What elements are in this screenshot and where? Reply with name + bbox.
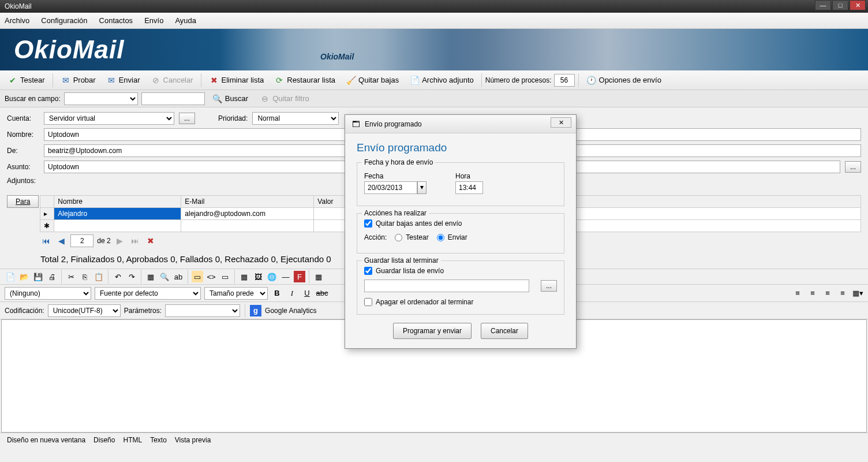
- prioridad-select[interactable]: Normal: [252, 112, 339, 125]
- font-select[interactable]: Fuente por defecto: [95, 287, 201, 300]
- redo-icon[interactable]: ↷: [126, 271, 137, 282]
- align-justify-icon[interactable]: ≡: [837, 288, 848, 299]
- nav-last-icon[interactable]: ⏭: [129, 236, 141, 245]
- para-button[interactable]: Para: [7, 195, 39, 208]
- fecha-input[interactable]: [364, 181, 417, 194]
- bottom-tabs: Diseño en nueva ventana Diseño HTML Text…: [0, 433, 868, 446]
- tab-text[interactable]: Texto: [150, 436, 167, 444]
- align-left-icon[interactable]: ≡: [792, 288, 803, 299]
- flash-icon[interactable]: F: [294, 271, 305, 282]
- strike-icon[interactable]: abc: [316, 288, 328, 299]
- accion-testear-radio[interactable]: Testear: [395, 233, 428, 241]
- quitar-bajas-button[interactable]: 🧹Quitar bajas: [342, 73, 403, 87]
- more-icon[interactable]: ▦: [313, 271, 324, 282]
- search-value-input[interactable]: [141, 92, 205, 105]
- layout-icon[interactable]: ▭: [219, 271, 231, 282]
- save-path-input[interactable]: [364, 280, 529, 292]
- undo-icon[interactable]: ↶: [112, 271, 124, 282]
- cell-nombre[interactable]: Alejandro: [54, 208, 181, 220]
- size-select[interactable]: Tamaño prede: [204, 287, 268, 300]
- col-nombre[interactable]: Nombre: [54, 196, 181, 208]
- apagar-checkbox[interactable]: Apagar el ordenador al terminar: [364, 298, 557, 306]
- cut-icon[interactable]: ✂: [65, 271, 77, 282]
- new-icon[interactable]: 📄: [5, 271, 16, 282]
- page-input[interactable]: [70, 234, 93, 247]
- codificacion-label: Codificación:: [5, 307, 44, 315]
- quitar-filtro-button[interactable]: ⊖Quitar filtro: [256, 92, 313, 106]
- num-procesos-input[interactable]: [554, 74, 575, 87]
- menu-envio[interactable]: Envío: [144, 16, 163, 25]
- eliminar-lista-button[interactable]: ✖Eliminar lista: [205, 73, 268, 87]
- buscar-button[interactable]: 🔍Buscar: [208, 92, 252, 106]
- save-icon[interactable]: 💾: [32, 271, 44, 282]
- nav-prev-icon[interactable]: ◀: [56, 236, 67, 245]
- maximize-button[interactable]: □: [832, 0, 848, 10]
- save-browse-button[interactable]: ...: [541, 280, 557, 292]
- asunto-browse-button[interactable]: ...: [845, 161, 861, 173]
- hr-icon[interactable]: —: [280, 271, 291, 282]
- cuenta-browse-button[interactable]: ...: [179, 113, 195, 124]
- fieldset-datetime: Fecha y hora de envío Fecha ▾ Hora: [357, 162, 564, 206]
- table-props-icon[interactable]: ▦▾: [852, 288, 863, 299]
- probar-button[interactable]: ✉Probar: [57, 73, 100, 87]
- tab-new-window[interactable]: Diseño en nueva ventana: [7, 436, 85, 444]
- tab-preview[interactable]: Vista previa: [175, 436, 211, 444]
- style-select[interactable]: (Ninguno): [5, 287, 91, 300]
- opciones-envio-button[interactable]: 🕐Opciones de envío: [582, 73, 665, 87]
- tab-design[interactable]: Diseño: [93, 436, 115, 444]
- search-icon: 🔍: [212, 94, 223, 104]
- menu-contactos[interactable]: Contactos: [99, 16, 133, 25]
- align-center-icon[interactable]: ≡: [807, 288, 818, 299]
- search-field-select[interactable]: [64, 92, 138, 105]
- find-icon[interactable]: 🔍: [159, 271, 170, 282]
- page-total: de 2: [97, 237, 110, 245]
- replace-icon[interactable]: ab: [173, 271, 184, 282]
- image-icon[interactable]: 🖼: [252, 271, 264, 282]
- table-insert-icon[interactable]: ▦: [238, 271, 250, 282]
- dialog-close-button[interactable]: ✕: [551, 117, 571, 128]
- close-button[interactable]: ✕: [850, 0, 866, 10]
- dialog-cancelar-button[interactable]: Cancelar: [481, 323, 528, 339]
- archivo-adjunto-button[interactable]: 📄Archivo adjunto: [405, 73, 478, 87]
- underline-icon[interactable]: U: [301, 288, 313, 299]
- italic-icon[interactable]: I: [286, 288, 298, 299]
- tab-html[interactable]: HTML: [123, 436, 142, 444]
- print-icon[interactable]: 🖨: [46, 271, 58, 282]
- form-icon[interactable]: ▭: [192, 271, 203, 282]
- date-picker-icon[interactable]: ▾: [417, 181, 426, 194]
- col-email[interactable]: E-Mail: [181, 196, 314, 208]
- dialog-titlebar[interactable]: 🗔 Envío programado ✕: [345, 115, 576, 133]
- menu-ayuda[interactable]: Ayuda: [175, 16, 196, 25]
- accion-enviar-radio[interactable]: Enviar: [437, 233, 467, 241]
- nav-first-icon[interactable]: ⏮: [40, 236, 53, 245]
- source-icon[interactable]: <>: [205, 271, 217, 282]
- broom-icon: 🧹: [346, 75, 356, 85]
- parametros-select[interactable]: [165, 304, 240, 317]
- testear-button[interactable]: ✔Testear: [3, 73, 49, 87]
- copy-icon[interactable]: ⎘: [79, 271, 91, 282]
- google-analytics-label[interactable]: Google Analytics: [265, 307, 316, 315]
- nav-delete-icon[interactable]: ✖: [145, 236, 156, 245]
- cancelar-button[interactable]: ⊘Cancelar: [147, 73, 197, 87]
- open-icon[interactable]: 📂: [18, 271, 30, 282]
- minimize-button[interactable]: —: [815, 0, 831, 10]
- menu-archivo[interactable]: Archivo: [5, 16, 29, 25]
- cell-email[interactable]: alejandro@uptodown.com: [181, 208, 314, 220]
- align-right-icon[interactable]: ≡: [822, 288, 833, 299]
- restaurar-lista-button[interactable]: ⟳Restaurar lista: [270, 73, 339, 87]
- enviar-button[interactable]: ✉Enviar: [102, 73, 144, 87]
- restore-list-icon: ⟳: [274, 75, 285, 85]
- guardar-lista-checkbox[interactable]: Guardar lista de envío: [364, 267, 557, 275]
- link-icon[interactable]: 🌐: [266, 271, 278, 282]
- paste-icon[interactable]: 📋: [93, 271, 104, 282]
- delete-list-icon: ✖: [209, 75, 219, 85]
- quitar-bajas-checkbox[interactable]: Quitar bajas antes del envío: [364, 219, 557, 228]
- cuenta-select[interactable]: Servidor virtual: [44, 112, 174, 125]
- nav-next-icon[interactable]: ▶: [114, 236, 125, 245]
- hora-input[interactable]: [455, 181, 483, 194]
- programar-button[interactable]: Programar y enviar: [393, 323, 472, 339]
- menu-configuracion[interactable]: Configuración: [41, 16, 87, 25]
- select-all-icon[interactable]: ▦: [145, 271, 156, 282]
- codificacion-select[interactable]: Unicode(UTF-8): [48, 304, 121, 317]
- bold-icon[interactable]: B: [271, 288, 283, 299]
